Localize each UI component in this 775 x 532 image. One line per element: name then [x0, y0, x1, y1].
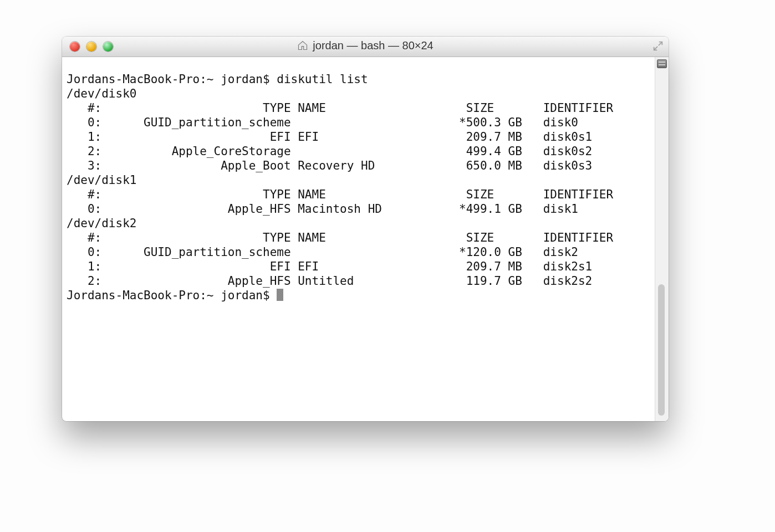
close-button[interactable]: [70, 42, 80, 52]
home-icon: [297, 40, 308, 51]
titlebar[interactable]: jordan — bash — 80×24: [62, 37, 669, 57]
window-title: jordan — bash — 80×24: [313, 39, 433, 52]
minimize-button[interactable]: [86, 42, 96, 52]
cursor: [277, 289, 283, 301]
zoom-button[interactable]: [103, 42, 113, 52]
traffic-lights: [62, 42, 113, 52]
fullscreen-icon[interactable]: [652, 40, 664, 52]
terminal-output[interactable]: Jordans-MacBook-Pro:~ jordan$ diskutil l…: [62, 69, 655, 410]
scrollbar[interactable]: [655, 57, 669, 421]
scroll-indicator-icon: [657, 59, 667, 68]
terminal-window: jordan — bash — 80×24 Jordans-MacBook-Pr…: [62, 37, 669, 421]
scrollbar-thumb[interactable]: [658, 284, 665, 416]
